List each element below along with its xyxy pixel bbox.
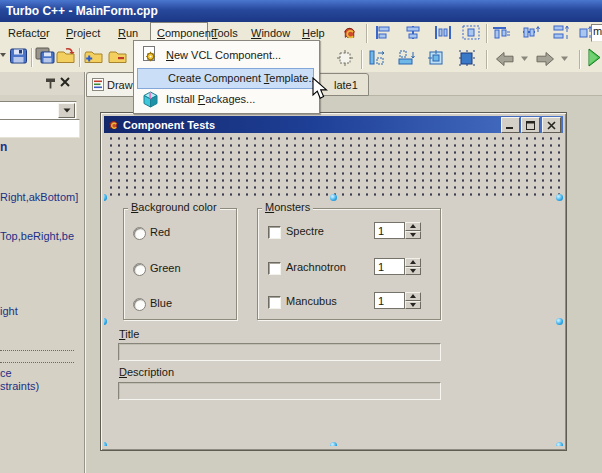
window-titlebar[interactable]: Component Tests	[104, 116, 563, 133]
inspector-value[interactable]: ce	[0, 367, 12, 379]
navigate-forward-dropdown-icon[interactable]	[560, 55, 569, 62]
inspector-value-anchors[interactable]: Right,akBottom]	[0, 191, 78, 203]
inspector-filter-box[interactable]	[0, 119, 80, 138]
add-to-project-icon[interactable]	[83, 47, 104, 65]
spin-up-button[interactable]	[405, 292, 421, 301]
checkbox-mancubus[interactable]	[268, 296, 281, 309]
tab-draw[interactable]: Draw	[86, 72, 138, 97]
turbo-helmet-icon	[340, 23, 358, 41]
spin-up-button[interactable]	[405, 258, 421, 267]
close-button[interactable]	[542, 117, 561, 133]
form-grid-surface[interactable]	[104, 133, 563, 197]
spin-buttons-arachnotron	[405, 258, 421, 275]
open-project-icon[interactable]	[56, 47, 77, 65]
inspector-value-constraints[interactable]: straints)	[0, 380, 39, 392]
save-icon[interactable]	[9, 47, 28, 65]
title-input[interactable]	[118, 343, 441, 361]
inspector-value-beveledges[interactable]: Top,beRight,be	[0, 230, 74, 242]
spin-edit-spectre[interactable]: 1	[374, 222, 405, 239]
spin-edit-arachnotron[interactable]: 1	[374, 258, 405, 275]
selection-handle-mid-right[interactable]	[556, 318, 563, 325]
menu-item-create-component-template[interactable]: Create Component Template...	[137, 68, 314, 89]
install-packages-icon	[142, 91, 159, 108]
mouse-cursor	[312, 77, 330, 104]
spin-down-icon	[410, 269, 416, 273]
menubar-item-refactor[interactable]: Refactor	[8, 22, 50, 44]
component-tests-window[interactable]: Component Tests Background color	[100, 112, 567, 451]
radio-green[interactable]	[133, 263, 146, 276]
draw-tab-icon	[92, 78, 104, 91]
navigate-forward-icon[interactable]	[534, 51, 556, 67]
checkbox-spectre[interactable]	[268, 226, 281, 239]
toolbar-edit[interactable]: mn	[591, 24, 602, 42]
tab-draw-label: Draw	[107, 79, 133, 91]
inspector-value-bidimode[interactable]: ight	[0, 305, 18, 317]
save-all-icon[interactable]	[35, 47, 56, 65]
toolbar-separator	[486, 50, 488, 69]
space-equally-horizontal-icon[interactable]	[433, 24, 453, 41]
radio-red[interactable]	[133, 227, 146, 240]
run-icon[interactable]	[586, 47, 602, 68]
space-equally-vertical-icon[interactable]	[551, 24, 571, 41]
description-input[interactable]	[118, 382, 441, 400]
spin-up-icon	[410, 224, 416, 228]
align-vertical-centers-icon[interactable]	[521, 24, 541, 41]
spin-down-button[interactable]	[405, 267, 421, 276]
pin-icon[interactable]	[44, 76, 57, 90]
inspector-object-combobox[interactable]	[0, 101, 77, 120]
spin-down-button[interactable]	[405, 301, 421, 310]
dropdown-caret-partial-icon[interactable]	[0, 52, 7, 58]
navigate-back-icon[interactable]	[494, 51, 516, 67]
navigate-back-dropdown-icon[interactable]	[520, 55, 529, 62]
make-same-width-icon[interactable]	[367, 49, 387, 67]
selection-handle-bottom-right[interactable]	[556, 442, 563, 446]
component-menu: New VCL Component... Create Component Te…	[133, 40, 320, 114]
menu-item-install-packages[interactable]: Install Packages...	[136, 88, 317, 110]
minimize-icon	[506, 121, 515, 130]
radio-red-label: Red	[150, 226, 170, 238]
title-label: Title	[119, 328, 139, 340]
spin-down-button[interactable]	[405, 231, 421, 240]
minimize-button[interactable]	[501, 117, 520, 133]
app-title: Turbo C++ - MainForm.cpp	[6, 0, 158, 22]
window-title: Component Tests	[123, 119, 215, 131]
checkbox-arachnotron[interactable]	[268, 262, 281, 275]
radio-blue[interactable]	[133, 298, 146, 311]
spin-up-icon	[410, 260, 416, 264]
make-same-height-icon[interactable]	[397, 49, 417, 67]
size-to-grid-icon[interactable]	[457, 49, 477, 67]
spin-up-button[interactable]	[405, 222, 421, 231]
center-in-window-horizontal-icon[interactable]	[461, 24, 481, 41]
make-same-size-icon[interactable]	[427, 49, 447, 67]
menu-item-new-vcl-label: New VCL Component...	[166, 44, 281, 66]
description-label: Description	[119, 366, 174, 378]
groupbox-monsters: Monsters Spectre 1 Arachnotron 1 Mancubu…	[257, 208, 441, 320]
menu-item-new-vcl-component[interactable]: New VCL Component...	[136, 44, 317, 66]
spin-buttons-mancubus	[405, 292, 421, 309]
snap-to-grid-icon[interactable]	[336, 49, 354, 67]
align-left-edges-icon[interactable]	[373, 24, 393, 41]
remove-from-project-icon[interactable]	[107, 47, 128, 65]
checkbox-arachnotron-label: Arachnotron	[286, 261, 346, 273]
menubar-item-project[interactable]: Project	[66, 22, 100, 44]
align-top-edges-icon[interactable]	[491, 24, 511, 41]
groupbox-background-color-caption: Background color	[128, 201, 220, 213]
maximize-button[interactable]	[521, 117, 540, 133]
align-horizontal-centers-icon[interactable]	[403, 24, 423, 41]
radio-green-label: Green	[150, 262, 181, 274]
toolbar-separator	[579, 50, 581, 69]
object-inspector-pane: n Right,akBottom] Top,beRight,be ight ce…	[0, 95, 84, 473]
close-pane-icon[interactable]	[59, 76, 71, 88]
window-helmet-icon	[107, 118, 120, 131]
combobox-dropdown-button[interactable]	[58, 103, 75, 118]
ide-screen: Turbo C++ - MainForm.cpp Refactor Projec…	[0, 0, 602, 473]
spin-down-icon	[410, 303, 416, 307]
selection-handle-bottom-center[interactable]	[330, 442, 337, 446]
spin-edit-mancubus[interactable]: 1	[374, 292, 405, 309]
form-designer-surface[interactable]: Background color Red Green Blue Monsters…	[104, 133, 563, 446]
inspector-fragment: n	[0, 140, 7, 154]
app-titlebar[interactable]: Turbo C++ - MainForm.cpp	[0, 0, 602, 22]
selection-handle-top-center[interactable]	[330, 194, 337, 201]
selection-handle-top-right[interactable]	[556, 194, 563, 201]
checkbox-mancubus-label: Mancubus	[286, 295, 337, 307]
